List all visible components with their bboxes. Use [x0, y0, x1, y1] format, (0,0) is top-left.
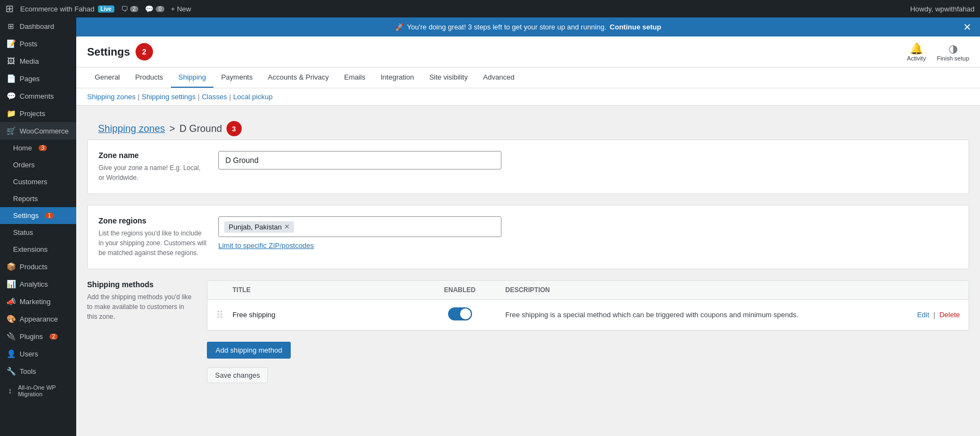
- enabled-col-header: Enabled: [414, 286, 505, 294]
- sidebar-item-plugins[interactable]: 🔌 Plugins 2: [0, 328, 76, 345]
- sidebar-item-label: Home: [13, 144, 32, 152]
- subnav-sep-1: |: [138, 93, 139, 101]
- sidebar-item-home[interactable]: Home 3: [0, 140, 76, 156]
- page-header: Settings 2 🔔 Activity ◑ Finish setup: [76, 37, 980, 68]
- sidebar-item-label: Tools: [20, 367, 36, 376]
- sidebar-item-projects[interactable]: 📁 Projects: [0, 105, 76, 122]
- region-tag-remove[interactable]: ✕: [284, 223, 290, 231]
- sidebar-item-tools[interactable]: 🔧 Tools: [0, 362, 76, 380]
- notice-close-button[interactable]: ✕: [963, 22, 971, 32]
- notif-count[interactable]: 💬 0: [145, 5, 164, 13]
- zone-regions-label-col: Zone regions List the regions you'd like…: [99, 216, 207, 258]
- tab-accounts-privacy[interactable]: Accounts & Privacy: [260, 68, 336, 88]
- drag-col-header: [216, 286, 232, 294]
- zip-link[interactable]: Limit to specific ZIP/postcodes: [218, 241, 958, 250]
- method-title: Free shipping: [232, 311, 414, 319]
- sidebar-item-status[interactable]: Status: [0, 224, 76, 241]
- sidebar-item-marketing[interactable]: 📣 Marketing: [0, 293, 76, 310]
- breadcrumb-link[interactable]: Shipping zones: [98, 123, 165, 135]
- tab-emails[interactable]: Emails: [336, 68, 373, 88]
- sidebar-item-label: Users: [20, 350, 38, 358]
- edit-method-link[interactable]: Edit: [917, 311, 929, 319]
- sidebar-item-appearance[interactable]: 🎨 Appearance: [0, 310, 76, 328]
- activity-button[interactable]: 🔔 Activity: [907, 42, 926, 62]
- enabled-toggle[interactable]: [448, 307, 472, 320]
- sub-nav: Shipping zones | Shipping settings | Cla…: [76, 88, 980, 106]
- sidebar-item-dashboard[interactable]: ⊞ Dashboard: [0, 17, 76, 35]
- sidebar-item-label: Projects: [20, 110, 45, 118]
- add-shipping-method-button[interactable]: Add shipping method: [207, 342, 291, 359]
- sidebar-item-label: Analytics: [20, 280, 48, 288]
- tab-integration[interactable]: Integration: [373, 68, 421, 88]
- page-title-area: Settings 2: [87, 43, 153, 60]
- sidebar-item-label: Orders: [13, 161, 35, 169]
- zone-name-input[interactable]: [218, 151, 501, 169]
- live-badge: Live: [98, 5, 114, 13]
- sidebar-item-label: Extensions: [13, 245, 48, 253]
- site-name[interactable]: Ecommerce with Fahad Live: [20, 5, 114, 13]
- sidebar-item-posts[interactable]: 📝 Posts: [0, 35, 76, 52]
- sidebar-item-products[interactable]: 📦 Products: [0, 258, 76, 275]
- sidebar-item-extensions[interactable]: Extensions: [0, 241, 76, 258]
- subnav-local-pickup[interactable]: Local pickup: [233, 93, 272, 101]
- drag-handle[interactable]: ⠿: [216, 309, 232, 321]
- subnav-shipping-zones[interactable]: Shipping zones: [87, 93, 136, 101]
- tab-products[interactable]: Products: [127, 68, 170, 88]
- tab-payments[interactable]: Payments: [213, 68, 260, 88]
- subnav-classes[interactable]: Classes: [202, 93, 227, 101]
- projects-icon: 📁: [7, 109, 15, 118]
- users-icon: 👤: [7, 349, 15, 358]
- comment-count[interactable]: 🗨 2: [121, 5, 139, 13]
- migration-icon: ↕: [7, 386, 14, 395]
- zone-name-section: Zone name Give your zone a name! E.g. Lo…: [87, 140, 969, 194]
- breadcrumb-separator: >: [169, 123, 175, 135]
- sidebar-item-comments[interactable]: 💬 Comments: [0, 87, 76, 105]
- sidebar-item-woocommerce[interactable]: 🛒 WooCommerce: [0, 122, 76, 140]
- header-actions: 🔔 Activity ◑ Finish setup: [907, 42, 969, 62]
- sidebar-item-label: Customers: [13, 178, 47, 186]
- main-content: 🚀 You're doing great! 3 steps left to ge…: [76, 17, 980, 436]
- toggle-track: [448, 307, 472, 320]
- zone-regions-desc: List the regions you'd like to include i…: [99, 228, 207, 258]
- sidebar-item-users[interactable]: 👤 Users: [0, 345, 76, 362]
- sidebar: ⊞ Dashboard 📝 Posts 🖼 Media 📄 Pages 💬 Co…: [0, 17, 76, 436]
- finish-setup-button[interactable]: ◑ Finish setup: [937, 42, 969, 62]
- delete-method-link[interactable]: Delete: [939, 311, 960, 319]
- continue-setup-link[interactable]: Continue setup: [610, 23, 661, 31]
- tab-shipping[interactable]: Shipping: [171, 68, 214, 88]
- wp-logo[interactable]: ⊞: [5, 3, 14, 15]
- sidebar-item-analytics[interactable]: 📊 Analytics: [0, 275, 76, 293]
- sidebar-item-allinone[interactable]: ↕ All-in-One WP Migration: [0, 380, 76, 402]
- shipping-methods-title: Shipping methods: [87, 280, 196, 289]
- sidebar-item-label: Marketing: [20, 298, 51, 306]
- zone-regions-input[interactable]: Punjab, Pakistan ✕: [218, 216, 501, 237]
- sidebar-item-pages[interactable]: 📄 Pages: [0, 70, 76, 87]
- method-enabled[interactable]: [414, 307, 505, 322]
- zone-regions-input-col: Punjab, Pakistan ✕ Limit to specific ZIP…: [218, 216, 958, 258]
- dashboard-icon: ⊞: [7, 22, 15, 31]
- shipping-methods-label-col: Shipping methods Add the shipping method…: [87, 280, 196, 359]
- method-actions: Edit | Delete: [869, 311, 960, 319]
- sidebar-item-orders[interactable]: Orders: [0, 156, 76, 173]
- sidebar-item-reports[interactable]: Reports: [0, 190, 76, 207]
- shipping-methods-table: Title Enabled Description ⠿ Free shippin…: [207, 280, 969, 331]
- new-button[interactable]: + New: [171, 5, 191, 13]
- sidebar-item-label: Posts: [20, 40, 38, 48]
- tab-site-visibility[interactable]: Site visibility: [421, 68, 475, 88]
- breadcrumb-current: D Ground: [180, 123, 222, 135]
- sidebar-item-customers[interactable]: Customers: [0, 173, 76, 190]
- tabs-bar: General Products Shipping Payments Accou…: [76, 68, 980, 88]
- zone-name-label-col: Zone name Give your zone a name! E.g. Lo…: [99, 151, 207, 183]
- sidebar-item-label: Appearance: [20, 315, 58, 323]
- howdy-text: Howdy, wpwithfahad: [910, 5, 975, 13]
- save-changes-button[interactable]: Save changes: [207, 367, 268, 383]
- pages-icon: 📄: [7, 74, 15, 83]
- subnav-shipping-settings[interactable]: Shipping settings: [142, 93, 195, 101]
- region-tag-label: Punjab, Pakistan: [229, 223, 282, 231]
- activity-label: Activity: [907, 55, 926, 62]
- tab-general[interactable]: General: [87, 68, 127, 88]
- sidebar-item-media[interactable]: 🖼 Media: [0, 52, 76, 70]
- title-col-header: Title: [232, 286, 414, 294]
- tab-advanced[interactable]: Advanced: [475, 68, 522, 88]
- sidebar-item-settings[interactable]: Settings 1: [0, 207, 76, 224]
